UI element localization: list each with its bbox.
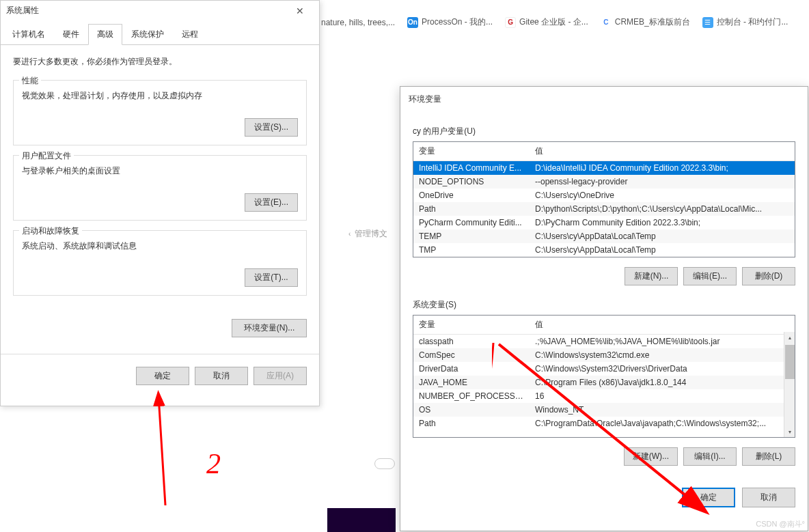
dark-strip — [327, 508, 396, 532]
sys-delete-button[interactable]: 删除(L) — [742, 447, 795, 466]
scroll-thumb[interactable] — [785, 345, 795, 379]
bookmarks-bar: nature, hills, trees,... OnProcessOn - 我… — [321, 16, 788, 28]
startup-desc: 系统启动、系统故障和调试信息 — [22, 240, 298, 252]
col-variable[interactable]: 变量 — [413, 316, 530, 334]
bookmark-item[interactable]: nature, hills, trees,... — [321, 18, 395, 27]
table-row[interactable]: DriverDataC:\Windows\System32\Drivers\Dr… — [413, 362, 784, 376]
tab-advanced[interactable]: 高级 — [88, 24, 122, 45]
scroll-up-icon[interactable]: ▴ — [784, 332, 795, 343]
perf-settings-button[interactable]: 设置(S)... — [245, 118, 298, 137]
admin-note: 要进行大多数更改，你必须作为管理员登录。 — [13, 56, 307, 68]
breadcrumb[interactable]: ‹ 管理博文 — [348, 228, 387, 240]
sysprops-apply-button: 应用(A) — [253, 367, 307, 385]
sysprops-ok-button[interactable]: 确定 — [136, 367, 189, 385]
var-value: C:\Windows\system32\cmd.exe — [530, 348, 784, 362]
var-name: DriverData — [413, 362, 530, 376]
table-row[interactable]: PathC:\ProgramData\Oracle\Java\javapath;… — [413, 417, 784, 430]
col-variable[interactable]: 变量 — [413, 142, 530, 160]
var-name: Path — [413, 417, 530, 430]
bookmark-item[interactable]: OnProcessOn - 我的... — [407, 16, 493, 28]
processon-icon: On — [407, 17, 418, 28]
var-value: Windows_NT — [530, 403, 784, 417]
table-row[interactable]: TEMPC:\Users\cy\AppData\Local\Temp — [413, 229, 795, 243]
tab-system-protection[interactable]: 系统保护 — [122, 24, 173, 45]
scroll-down-icon[interactable]: ▾ — [784, 426, 795, 437]
svg-line-1 — [159, 396, 165, 505]
crmeb-icon: C — [601, 17, 612, 28]
sys-edit-button[interactable]: 编辑(I)... — [683, 447, 737, 466]
pill-control[interactable] — [374, 458, 395, 469]
envvars-cancel-button[interactable]: 取消 — [742, 488, 795, 507]
bookmark-item[interactable]: ☰控制台 - 和约付门... — [702, 16, 789, 28]
tab-remote[interactable]: 远程 — [173, 24, 207, 45]
col-value[interactable]: 值 — [530, 142, 795, 160]
bookmark-item[interactable]: CCRMEB_标准版前台 — [601, 16, 690, 28]
var-value: C:\Users\cy\AppData\Local\Temp — [530, 243, 795, 257]
var-value: D:\python\Scripts\;D:\python\;C:\Users\c… — [530, 202, 795, 216]
sys-new-button[interactable]: 新建(W)... — [624, 447, 678, 466]
chevron-left-icon: ‹ — [348, 230, 351, 238]
var-name: TEMP — [413, 229, 530, 243]
var-name: classpath — [413, 335, 530, 348]
table-row[interactable]: TMPC:\Users\cy\AppData\Local\Temp — [413, 243, 795, 257]
user-edit-button[interactable]: 编辑(E)... — [683, 267, 737, 285]
var-value: C:\Users\cy\AppData\Local\Temp — [530, 229, 795, 243]
table-row[interactable]: OneDriveC:\Users\cy\OneDrive — [413, 188, 795, 202]
bookmark-item[interactable]: GGitee 企业版 - 企... — [505, 16, 588, 28]
env-vars-button[interactable]: 环境变量(N)... — [232, 319, 307, 337]
startup-settings-button[interactable]: 设置(T)... — [245, 268, 298, 287]
close-button[interactable]: ✕ — [286, 5, 314, 16]
col-value[interactable]: 值 — [530, 316, 795, 334]
breadcrumb-text: 管理博文 — [355, 228, 387, 240]
table-row[interactable]: PathD:\python\Scripts\;D:\python\;C:\Use… — [413, 202, 795, 216]
table-row[interactable]: IntelliJ IDEA Community E...D:\idea\Inte… — [413, 161, 795, 175]
user-new-button[interactable]: 新建(N)... — [625, 267, 678, 285]
annotation-number-2: 2 — [206, 447, 221, 480]
system-properties-dialog: 系统属性 ✕ 计算机名 硬件 高级 系统保护 远程 要进行大多数更改，你必须作为… — [0, 0, 320, 406]
var-name: TMP — [413, 243, 530, 257]
scrollbar[interactable]: ▴ ▾ — [784, 332, 795, 437]
sysprops-cancel-button[interactable]: 取消 — [195, 367, 248, 385]
table-row[interactable]: OSWindows_NT — [413, 403, 784, 417]
profiles-desc: 与登录帐户相关的桌面设置 — [22, 165, 298, 177]
perf-title: 性能 — [19, 75, 41, 87]
var-value: D:\PyCharm Community Edition 2022.3.3\bi… — [530, 216, 795, 229]
performance-group: 性能 视觉效果，处理器计划，内存使用，以及虚拟内存 设置(S)... — [13, 80, 307, 145]
var-name: PyCharm Community Editi... — [413, 216, 530, 229]
gitee-icon: G — [505, 17, 516, 28]
console-icon: ☰ — [702, 17, 713, 28]
tab-hardware[interactable]: 硬件 — [54, 24, 88, 45]
var-value: C:\ProgramData\Oracle\Java\javapath;C:\W… — [530, 417, 784, 430]
var-name: JAVA_HOME — [413, 376, 530, 389]
table-row[interactable]: classpath.;%JAVA_HOME%\lib;%JAVA_HOME%\l… — [413, 335, 784, 348]
var-name: ComSpec — [413, 348, 530, 362]
profiles-settings-button[interactable]: 设置(E)... — [245, 193, 298, 212]
table-row[interactable]: PyCharm Community Editi...D:\PyCharm Com… — [413, 216, 795, 229]
env-vars-dialog: 环境变量 cy 的用户变量(U) 变量 值 IntelliJ IDEA Comm… — [400, 86, 808, 531]
table-row[interactable]: JAVA_HOMEC:\Program Files (x86)\Java\jdk… — [413, 376, 784, 389]
var-value: C:\Program Files (x86)\Java\jdk1.8.0_144 — [530, 376, 784, 389]
envvars-ok-button[interactable]: 确定 — [682, 488, 735, 507]
table-row[interactable]: NUMBER_OF_PROCESSORS16 — [413, 389, 784, 403]
tab-computer-name[interactable]: 计算机名 — [3, 24, 54, 45]
user-delete-button[interactable]: 删除(D) — [742, 267, 795, 285]
var-value: --openssl-legacy-provider — [530, 175, 795, 188]
var-value: 16 — [530, 389, 784, 403]
var-name: Path — [413, 202, 530, 216]
var-value: C:\Windows\System32\Drivers\DriverData — [530, 362, 784, 376]
sys-vars-table: 变量 值 classpath.;%JAVA_HOME%\lib;%JAVA_HO… — [413, 315, 795, 438]
profiles-group: 用户配置文件 与登录帐户相关的桌面设置 设置(E)... — [13, 155, 307, 221]
startup-group: 启动和故障恢复 系统启动、系统故障和调试信息 设置(T)... — [13, 230, 307, 296]
sysprops-title: 系统属性 — [6, 5, 39, 16]
var-value: C:\Users\cy\OneDrive — [530, 188, 795, 202]
var-name: OneDrive — [413, 188, 530, 202]
table-row[interactable]: ComSpecC:\Windows\system32\cmd.exe — [413, 348, 784, 362]
var-name: IntelliJ IDEA Community E... — [413, 161, 530, 175]
sysprops-tabs: 计算机名 硬件 高级 系统保护 远程 — [1, 23, 319, 45]
watermark: CSDN @南斗° — [756, 519, 805, 529]
profiles-title: 用户配置文件 — [19, 150, 74, 162]
table-row[interactable]: NODE_OPTIONS--openssl-legacy-provider — [413, 175, 795, 188]
perf-desc: 视觉效果，处理器计划，内存使用，以及虚拟内存 — [22, 90, 298, 102]
startup-title: 启动和故障恢复 — [19, 225, 82, 237]
annotation-arrow-1 — [152, 389, 179, 512]
